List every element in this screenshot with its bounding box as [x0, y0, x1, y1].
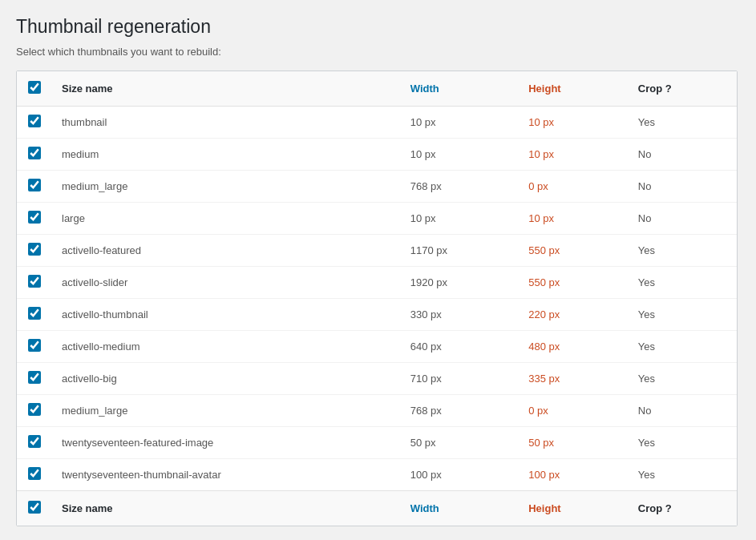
- header-col-width: Width: [398, 71, 515, 107]
- row-8-checkbox-cell[interactable]: [17, 363, 49, 395]
- row-3-height: 10 px: [515, 203, 625, 235]
- header-col-name: Size name: [49, 71, 398, 107]
- page-subtitle: Select which thumbnails you want to rebu…: [16, 46, 740, 58]
- row-7-checkbox[interactable]: [28, 339, 41, 352]
- footer-col-width: Width: [398, 491, 515, 526]
- row-0-checkbox[interactable]: [28, 115, 41, 127]
- row-6-crop: Yes: [625, 299, 737, 331]
- row-6-name: activello-thumbnail: [49, 299, 398, 331]
- row-6-checkbox-cell[interactable]: [17, 299, 49, 331]
- row-5-crop: Yes: [625, 267, 737, 299]
- table-row: activello-featured1170 px550 pxYes: [17, 235, 737, 267]
- table-row: medium_large768 px0 pxNo: [17, 171, 737, 203]
- row-4-height: 550 px: [515, 235, 625, 267]
- row-1-checkbox-cell[interactable]: [17, 139, 49, 171]
- row-1-height: 10 px: [515, 139, 625, 171]
- header-col-crop: Crop ?: [625, 71, 737, 107]
- row-11-width: 100 px: [398, 459, 515, 491]
- row-3-width: 10 px: [398, 203, 515, 235]
- table-body: thumbnail10 px10 pxYesmedium10 px10 pxNo…: [17, 107, 737, 491]
- row-2-checkbox-cell[interactable]: [17, 171, 49, 203]
- table-row: activello-big710 px335 pxYes: [17, 363, 737, 395]
- row-0-crop: Yes: [625, 107, 737, 139]
- footer-select-all-checkbox[interactable]: [28, 501, 41, 514]
- footer-checkbox-cell[interactable]: [17, 491, 49, 526]
- row-3-checkbox[interactable]: [28, 211, 41, 224]
- table-footer-row: Size name Width Height Crop ?: [17, 491, 737, 526]
- row-0-height: 10 px: [515, 107, 625, 139]
- table-row: thumbnail10 px10 pxYes: [17, 107, 737, 139]
- row-2-crop: No: [625, 171, 737, 203]
- row-11-name: twentyseventeen-thumbnail-avatar: [49, 459, 398, 491]
- table-row: activello-thumbnail330 px220 pxYes: [17, 299, 737, 331]
- row-0-width: 10 px: [398, 107, 515, 139]
- row-4-name: activello-featured: [49, 235, 398, 267]
- row-6-checkbox[interactable]: [28, 307, 41, 320]
- row-8-width: 710 px: [398, 363, 515, 395]
- header-checkbox-cell[interactable]: [17, 71, 49, 107]
- row-9-height: 0 px: [515, 395, 625, 427]
- row-11-checkbox-cell[interactable]: [17, 459, 49, 491]
- row-10-width: 50 px: [398, 427, 515, 459]
- row-5-checkbox-cell[interactable]: [17, 267, 49, 299]
- header-col-height: Height: [515, 71, 625, 107]
- row-5-checkbox[interactable]: [28, 275, 41, 288]
- row-6-height: 220 px: [515, 299, 625, 331]
- table-row: large10 px10 pxNo: [17, 203, 737, 235]
- table-row: activello-slider1920 px550 pxYes: [17, 267, 737, 299]
- row-6-width: 330 px: [398, 299, 515, 331]
- row-9-checkbox-cell[interactable]: [17, 395, 49, 427]
- row-7-height: 480 px: [515, 331, 625, 363]
- row-8-checkbox[interactable]: [28, 371, 41, 384]
- table-row: activello-medium640 px480 pxYes: [17, 331, 737, 363]
- table-row: twentyseventeen-featured-image50 px50 px…: [17, 427, 737, 459]
- row-4-crop: Yes: [625, 235, 737, 267]
- row-2-width: 768 px: [398, 171, 515, 203]
- table-row: medium_large768 px0 pxNo: [17, 395, 737, 427]
- row-4-width: 1170 px: [398, 235, 515, 267]
- row-7-name: activello-medium: [49, 331, 398, 363]
- row-1-name: medium: [49, 139, 398, 171]
- footer-col-crop: Crop ?: [625, 491, 737, 526]
- footer-col-name: Size name: [49, 491, 398, 526]
- row-1-crop: No: [625, 139, 737, 171]
- row-10-crop: Yes: [625, 427, 737, 459]
- page-title: Thumbnail regeneration: [16, 16, 740, 38]
- table-header-row: Size name Width Height Crop ?: [17, 71, 737, 107]
- row-5-width: 1920 px: [398, 267, 515, 299]
- select-all-checkbox[interactable]: [28, 81, 41, 94]
- row-9-width: 768 px: [398, 395, 515, 427]
- row-3-checkbox-cell[interactable]: [17, 203, 49, 235]
- row-11-crop: Yes: [625, 459, 737, 491]
- row-5-name: activello-slider: [49, 267, 398, 299]
- row-10-checkbox[interactable]: [28, 435, 41, 448]
- row-5-height: 550 px: [515, 267, 625, 299]
- row-2-height: 0 px: [515, 171, 625, 203]
- row-4-checkbox-cell[interactable]: [17, 235, 49, 267]
- row-7-crop: Yes: [625, 331, 737, 363]
- row-1-width: 10 px: [398, 139, 515, 171]
- row-1-checkbox[interactable]: [28, 147, 41, 159]
- thumbnail-table: Size name Width Height Crop ? thumbnail1…: [17, 71, 737, 526]
- row-7-checkbox-cell[interactable]: [17, 331, 49, 363]
- row-3-name: large: [49, 203, 398, 235]
- thumbnail-table-wrapper: Size name Width Height Crop ? thumbnail1…: [16, 71, 738, 526]
- row-9-checkbox[interactable]: [28, 403, 41, 416]
- row-10-height: 50 px: [515, 427, 625, 459]
- row-0-checkbox-cell[interactable]: [17, 107, 49, 139]
- row-8-crop: Yes: [625, 363, 737, 395]
- row-2-name: medium_large: [49, 171, 398, 203]
- row-10-checkbox-cell[interactable]: [17, 427, 49, 459]
- row-3-crop: No: [625, 203, 737, 235]
- row-7-width: 640 px: [398, 331, 515, 363]
- row-10-name: twentyseventeen-featured-image: [49, 427, 398, 459]
- row-11-height: 100 px: [515, 459, 625, 491]
- table-row: twentyseventeen-thumbnail-avatar100 px10…: [17, 459, 737, 491]
- row-8-height: 335 px: [515, 363, 625, 395]
- row-11-checkbox[interactable]: [28, 467, 41, 480]
- row-2-checkbox[interactable]: [28, 179, 41, 191]
- row-9-name: medium_large: [49, 395, 398, 427]
- footer-col-height: Height: [515, 491, 625, 526]
- row-4-checkbox[interactable]: [28, 243, 41, 256]
- row-8-name: activello-big: [49, 363, 398, 395]
